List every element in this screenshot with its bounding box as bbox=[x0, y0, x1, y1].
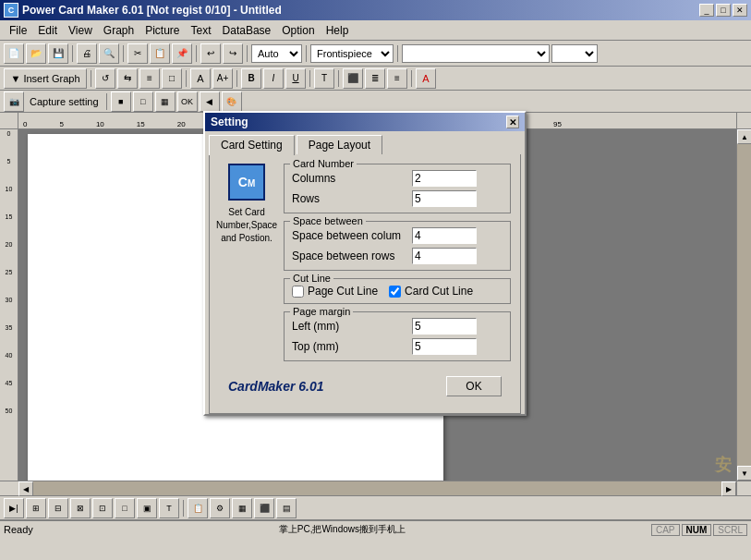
tab-page-layout[interactable]: Page Layout bbox=[297, 135, 382, 154]
dialog-icon-area: CM Set CardNumber,Spaceand Postion. bbox=[219, 164, 274, 369]
dialog-icon-text: CM bbox=[238, 175, 255, 189]
dialog-footer: CardMaker 6.01 OK bbox=[219, 369, 511, 404]
margin-top-label: Top (mm) bbox=[292, 340, 412, 353]
space-row-input[interactable] bbox=[412, 248, 477, 264]
rows-label: Rows bbox=[292, 192, 412, 205]
cut-line-group: Cut Line Page Cut Line Card Cut Line bbox=[284, 278, 511, 304]
ok-button[interactable]: OK bbox=[446, 376, 502, 396]
margin-left-input[interactable] bbox=[412, 318, 477, 335]
card-cut-checkbox[interactable] bbox=[389, 286, 401, 298]
card-number-title: Card Number bbox=[290, 158, 357, 169]
margin-left-row: Left (mm) bbox=[292, 318, 503, 335]
cut-line-title: Cut Line bbox=[290, 273, 333, 284]
rows-row: Rows bbox=[292, 190, 503, 207]
page-cut-label: Page Cut Line bbox=[308, 285, 378, 298]
dialog-content: CM Set CardNumber,Spaceand Postion. Card… bbox=[209, 154, 521, 414]
columns-label: Columns bbox=[292, 172, 412, 185]
dialog-title-bar: Setting ✕ bbox=[205, 113, 525, 131]
page-margin-title: Page margin bbox=[290, 306, 353, 317]
cut-line-row: Page Cut Line Card Cut Line bbox=[292, 285, 503, 298]
space-col-row: Space between colum bbox=[292, 227, 503, 244]
space-between-group: Space between Space between colum Space … bbox=[284, 221, 511, 271]
space-row-row: Space between rows bbox=[292, 248, 503, 264]
dialog-close-btn[interactable]: ✕ bbox=[506, 116, 519, 128]
dialog-icon-desc: Set CardNumber,Spaceand Postion. bbox=[216, 206, 277, 245]
card-cut-label: Card Cut Line bbox=[405, 285, 473, 298]
space-col-input[interactable] bbox=[412, 227, 477, 244]
page-cut-checkbox[interactable] bbox=[292, 286, 304, 298]
space-between-title: Space between bbox=[290, 215, 366, 226]
dialog-brand: CardMaker 6.01 bbox=[228, 379, 324, 394]
dialog-overlay: Setting ✕ Card Setting Page Layout CM Se… bbox=[0, 0, 751, 560]
page-margin-group: Page margin Left (mm) Top (mm) bbox=[284, 311, 511, 361]
setting-dialog: Setting ✕ Card Setting Page Layout CM Se… bbox=[203, 111, 527, 416]
space-col-label: Space between colum bbox=[292, 229, 412, 242]
margin-top-row: Top (mm) bbox=[292, 338, 503, 355]
rows-input[interactable] bbox=[412, 190, 477, 207]
margin-left-label: Left (mm) bbox=[292, 320, 412, 333]
tab-card-setting[interactable]: Card Setting bbox=[209, 135, 295, 155]
columns-input[interactable] bbox=[412, 170, 477, 187]
dialog-tabs: Card Setting Page Layout bbox=[205, 131, 525, 154]
space-row-label: Space between rows bbox=[292, 250, 412, 262]
dialog-title-text: Setting bbox=[211, 116, 248, 128]
dialog-form: Card Number Columns Rows Space between bbox=[284, 164, 511, 369]
columns-row: Columns bbox=[292, 170, 503, 187]
dialog-icon: CM bbox=[228, 164, 265, 201]
card-number-group: Card Number Columns Rows bbox=[284, 164, 511, 213]
dialog-body: CM Set CardNumber,Spaceand Postion. Card… bbox=[219, 164, 511, 369]
margin-top-input[interactable] bbox=[412, 338, 477, 355]
